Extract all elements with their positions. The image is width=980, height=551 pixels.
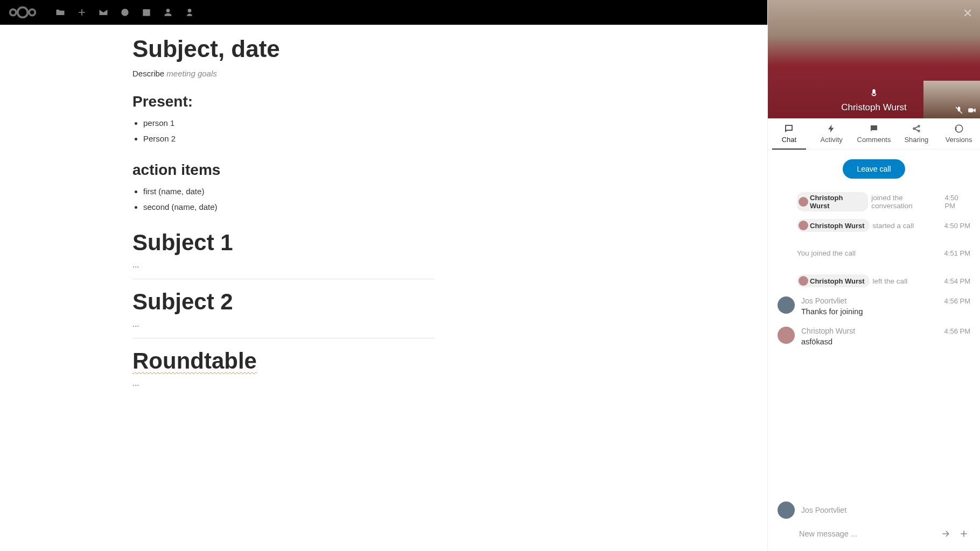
subject2-heading[interactable]: Subject 2 [132,289,568,315]
chat-text: asfökasd [801,337,970,346]
list-item[interactable]: Person 2 [143,131,568,147]
tab-label: Sharing [904,136,928,144]
doc-describe[interactable]: Describe meeting goals [132,69,568,78]
chat-time: 4:56 PM [944,297,970,305]
describe-label: Describe [132,69,166,78]
calendar-icon[interactable] [141,7,152,18]
chat-time: 4:50 PM [945,194,971,210]
svg-point-9 [913,128,915,130]
chat-actor-pill[interactable]: Christoph Wurst [797,219,870,232]
files-icon[interactable] [55,7,66,18]
video-participant-name: Christoph Wurst [841,102,907,113]
chat-actor-name: Christoph Wurst [810,194,863,210]
list-item[interactable]: person 1 [143,116,568,131]
leave-call-button[interactable]: Leave call [843,159,905,179]
present-list[interactable]: person 1 Person 2 [143,116,568,146]
present-heading[interactable]: Present: [132,93,568,110]
tab-label: Activity [821,136,843,144]
tab-activity[interactable]: Activity [810,118,853,149]
divider [132,279,435,279]
activity-icon [827,124,836,133]
svg-point-2 [29,9,35,15]
divider [132,338,435,338]
chat-actor-pill[interactable]: Christoph Wurst [797,192,868,211]
mail-icon[interactable] [98,7,109,18]
video-self-preview[interactable] [923,81,980,118]
svg-point-10 [918,125,920,127]
plus-icon[interactable] [76,7,87,18]
svg-point-5 [166,9,170,12]
app-logo[interactable] [6,4,39,20]
topbar-nav [55,7,195,18]
chat-author: Jos Poortvliet [801,296,846,305]
chat-system-text: started a call [873,222,914,230]
more-icon[interactable] [184,7,195,18]
subject2-body[interactable]: ... [132,319,568,328]
avatar[interactable] [778,296,795,314]
tab-label: Versions [946,136,972,144]
chat-system-message: You joined the call 4:51 PM [778,245,970,261]
avatar[interactable] [778,327,795,344]
svg-rect-4 [143,9,150,16]
camera-icon[interactable] [967,105,977,115]
svg-rect-8 [968,108,973,112]
chat-system-message: Christoph Wurst started a call 4:50 PM [778,215,970,236]
chat-author: Christoph Wurst [801,327,855,335]
svg-point-1 [10,9,16,15]
composer-author: Jos Poortvliet [801,506,846,514]
chat-time: 4:50 PM [944,222,970,230]
tab-chat[interactable]: Chat [768,118,810,149]
mic-muted-icon[interactable] [954,105,964,115]
svg-point-0 [18,8,28,18]
sidebar-tabs: Chat Activity Comments Sharing Versions [768,118,980,150]
chat-actor-name: Christoph Wurst [810,222,865,230]
list-item[interactable]: first (name, date) [143,184,568,200]
tab-versions[interactable]: Versions [937,118,980,149]
chat-message: Jos Poortvliet 4:56 PM Thanks for joinin… [778,291,970,321]
video-call-area: Christoph Wurst ✕ [768,0,980,118]
chat-log: Christoph Wurst joined the conversation … [768,188,980,494]
doc-title[interactable]: Subject, date [132,36,568,62]
tab-comments[interactable]: Comments [853,118,895,149]
chat-system-text: left the call [873,277,908,285]
roundtable-heading[interactable]: Roundtable [132,348,568,374]
list-item[interactable]: second (name, date) [143,200,568,215]
describe-goals: meeting goals [166,69,216,78]
roundtable-body[interactable]: ... [132,378,568,387]
svg-point-6 [188,9,192,12]
avatar [778,501,795,519]
document-editor[interactable]: Subject, date Describe meeting goals Pre… [0,25,767,551]
chat-time: 4:51 PM [944,249,970,257]
chat-system-message: Christoph Wurst joined the conversation … [778,188,970,215]
send-icon[interactable] [940,528,951,539]
chat-system-text: You joined the call [797,249,856,257]
svg-point-3 [121,9,128,16]
tab-label: Chat [782,136,796,144]
sidebar: Christoph Wurst ✕ Chat Activity [767,0,980,551]
chat-system-text: joined the conversation [871,194,944,210]
subject1-heading[interactable]: Subject 1 [132,230,568,256]
avatar [799,276,808,286]
chat-text: Thanks for joining [801,307,970,316]
chat-message: Christoph Wurst 4:56 PM asfökasd [778,321,970,351]
chat-time: 4:56 PM [944,327,970,335]
contacts-icon[interactable] [163,7,173,18]
chat-system-message: Christoph Wurst left the call 4:54 PM [778,271,970,291]
sharing-icon [912,124,921,133]
chat-composer-header: Jos Poortvliet [768,494,980,526]
svg-point-11 [918,130,920,132]
tab-sharing[interactable]: Sharing [895,118,937,149]
chat-actor-pill[interactable]: Christoph Wurst [797,274,870,287]
chat-time: 4:54 PM [944,277,970,285]
close-icon[interactable]: ✕ [963,6,972,20]
chat-icon [784,124,794,133]
message-input[interactable] [799,529,933,538]
chat-actor-name: Christoph Wurst [810,277,865,285]
mic-muted-icon [868,88,880,100]
attach-icon[interactable] [958,528,969,539]
talk-icon[interactable] [120,7,130,18]
action-heading[interactable]: action items [132,161,568,179]
avatar [799,197,808,207]
subject1-body[interactable]: ... [132,260,568,269]
action-list[interactable]: first (name, date) second (name, date) [143,184,568,215]
